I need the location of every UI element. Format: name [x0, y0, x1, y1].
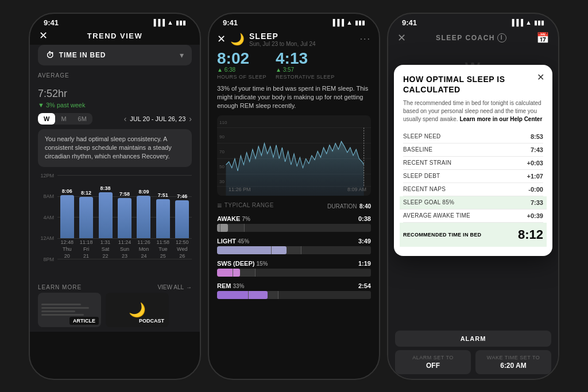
modal-row: RECOMMENDED TIME IN BED8:12	[400, 223, 547, 247]
bar-day-num: 26	[179, 253, 185, 259]
modal-row: RECENT NAPS-0:00	[403, 183, 543, 196]
row-label: RECOMMENDED TIME IN BED	[403, 232, 481, 238]
time-in-bed-label: TIME IN BED	[46, 51, 106, 60]
sleep-chart-svg	[217, 115, 371, 196]
moon-icon: 🌙	[230, 32, 245, 46]
learn-more-cards: ARTICLE 🌙 PODCAST	[38, 293, 192, 332]
sleep-title: SLEEP	[249, 32, 316, 41]
next-arrow[interactable]: ›	[189, 114, 192, 123]
bar-bottom-label: 12:50	[176, 239, 189, 245]
time-in-bed-selector[interactable]: TIME IN BED ▾	[38, 45, 192, 65]
help-center-link[interactable]: Learn more in our Help Center	[459, 116, 542, 122]
alarm-set-label: ALARM SET TO	[401, 355, 465, 360]
bar-block	[79, 197, 93, 238]
stage-name: AWAKE 7%	[217, 215, 250, 222]
bar-column: 8:38 1:31 Sat 22	[99, 173, 113, 259]
info-icon[interactable]: i	[497, 33, 506, 42]
learn-more-label: LEARN MORE	[38, 284, 82, 290]
row-label: AVERAGE AWAKE TIME	[403, 212, 470, 219]
bar-block	[99, 192, 113, 238]
typical-range-label: ≡ TYPICAL RANGE	[217, 201, 274, 210]
battery-icon-2: ▮▮▮	[355, 19, 365, 26]
bar-block	[60, 195, 74, 238]
modal-title: HOW OPTIMAL SLEEP IS CALCULATED	[403, 74, 543, 95]
row-value: 7:33	[531, 199, 543, 206]
modal-close-button[interactable]: ✕	[537, 72, 544, 83]
modal-table: SLEEP NEED8:53BASELINE7:43RECENT STRAIN+…	[403, 130, 543, 247]
sleep-stage: REM 33% 2:54	[217, 282, 371, 299]
alarm-button[interactable]: ALARM	[395, 331, 551, 347]
trend-screen: TIME IN BED ▾ AVERAGE 7:52hr ▼ 3% past w…	[30, 45, 200, 332]
close-button-sleep[interactable]: ✕	[217, 33, 226, 45]
sleep-header: ✕ 🌙 SLEEP Sun, Jul 23 to Mon, Jul 24 ···	[209, 29, 379, 51]
podcast-card[interactable]: 🌙 PODCAST	[106, 293, 169, 327]
bar-column: 7:51 11:58 Tue 25	[156, 173, 170, 259]
podcast-icon: 🌙	[129, 302, 146, 318]
wake-time-button[interactable]: WAKE TIME SET TO 6:20 AM	[475, 350, 551, 374]
sleep-stage: SWS (DEEP) 15% 1:19	[217, 260, 371, 277]
modal-row: AVERAGE AWAKE TIME+0:39	[403, 209, 543, 223]
bar-bottom-label: 1:31	[100, 239, 111, 245]
alarm-set-button[interactable]: ALARM SET TO OFF	[395, 350, 471, 374]
sleep-header-left: ✕ 🌙 SLEEP Sun, Jul 23 to Mon, Jul 24	[217, 32, 316, 47]
learn-more-section: LEARN MORE VIEW ALL →	[38, 280, 192, 293]
status-time-1: 9:41	[44, 18, 59, 27]
hours-value: 8:02	[217, 51, 266, 67]
bar-day-num: 22	[103, 253, 109, 259]
article-card[interactable]: ARTICLE	[38, 293, 101, 327]
close-button-trend[interactable]: ✕	[39, 29, 48, 42]
bar-block	[156, 199, 170, 238]
date-range: JUL 20 - JUL 26, 23	[130, 115, 185, 122]
period-tab-w[interactable]: W	[38, 113, 55, 125]
bars-container: 8:06 12:48 Thu 20 8:12 11:18 Fri 21 8:38…	[57, 173, 192, 259]
prev-arrow[interactable]: ‹	[124, 114, 127, 123]
chevron-down-icon: ▾	[180, 51, 184, 60]
average-label: AVERAGE	[38, 72, 192, 79]
alarm-sub-row: ALARM SET TO OFF WAKE TIME SET TO 6:20 A…	[395, 350, 551, 374]
chart-start-time: 11:26 PM	[229, 187, 251, 192]
status-icons-2: ▐▐▐ ▲ ▮▮▮	[331, 19, 365, 26]
bar-bottom-label: 11:26	[137, 239, 150, 245]
period-tab-m[interactable]: M	[55, 113, 72, 125]
row-label: BASELINE	[403, 146, 432, 153]
status-bar-2: 9:41 ▐▐▐ ▲ ▮▮▮	[209, 14, 379, 29]
view-all-link[interactable]: VIEW ALL →	[157, 284, 192, 290]
sleep-stage: AWAKE 7% 0:38	[217, 215, 371, 232]
sleep-chart: 110 90 70 50 30	[217, 115, 371, 196]
bar-day-label: Fri	[83, 246, 90, 252]
sleep-subtitle: Sun, Jul 23 to Mon, Jul 24	[249, 41, 316, 47]
modal-row: RECENT STRAIN+0:03	[403, 157, 543, 170]
bar-day-num: 25	[160, 253, 166, 259]
bar-bottom-label: 11:18	[80, 239, 93, 245]
row-value: 7:43	[531, 146, 543, 153]
bar-day-label: Sat	[102, 246, 110, 252]
bar-top-label: 7:46	[177, 193, 187, 199]
bar-day-num: 20	[64, 253, 70, 259]
battery-icon-3: ▮▮▮	[534, 19, 544, 26]
trend-header: ✕ TREND VIEW	[30, 29, 200, 45]
modal-row: SLEEP GOAL 85%7:33	[400, 196, 547, 209]
close-button-coach[interactable]: ✕	[397, 32, 406, 44]
restorative-metric: 4:13 ▲ 3:57 RESTORATIVE SLEEP	[276, 51, 335, 80]
row-label: RECENT STRAIN	[403, 160, 451, 166]
status-icons-1: ▐▐▐ ▲ ▮▮▮	[152, 19, 186, 26]
period-tab-6m[interactable]: 6M	[72, 113, 92, 125]
coach-title: SLEEP COACH i	[436, 33, 506, 42]
sleep-metrics: 8:02 ▲ 6:38 HOURS OF SLEEP 4:13 ▲ 3:57 R…	[217, 51, 371, 84]
more-options-icon[interactable]: ···	[360, 34, 371, 44]
calendar-icon[interactable]: 📅	[536, 32, 549, 44]
stage-bar	[217, 224, 371, 232]
average-value: 7:52hr	[38, 80, 192, 100]
optimal-sleep-modal: ✕ HOW OPTIMAL SLEEP IS CALCULATED The re…	[394, 65, 552, 256]
stage-time: 1:19	[358, 260, 371, 267]
row-value: 8:12	[518, 227, 543, 242]
average-sub: ▼ 3% past week	[38, 102, 192, 108]
status-time-2: 9:41	[223, 18, 238, 27]
bar-bottom-label: 11:58	[157, 239, 170, 245]
hours-delta: ▲ 6:38	[217, 67, 266, 73]
article-label: ARTICLE	[69, 317, 99, 325]
stage-bar	[217, 269, 371, 277]
sleep-screen: 8:02 ▲ 6:38 HOURS OF SLEEP 4:13 ▲ 3:57 R…	[209, 51, 379, 379]
restorative-value: 4:13	[276, 51, 335, 67]
phone-sleep: 9:41 ▐▐▐ ▲ ▮▮▮ ✕ 🌙 SLEEP Sun, Jul 23 to …	[208, 13, 380, 380]
